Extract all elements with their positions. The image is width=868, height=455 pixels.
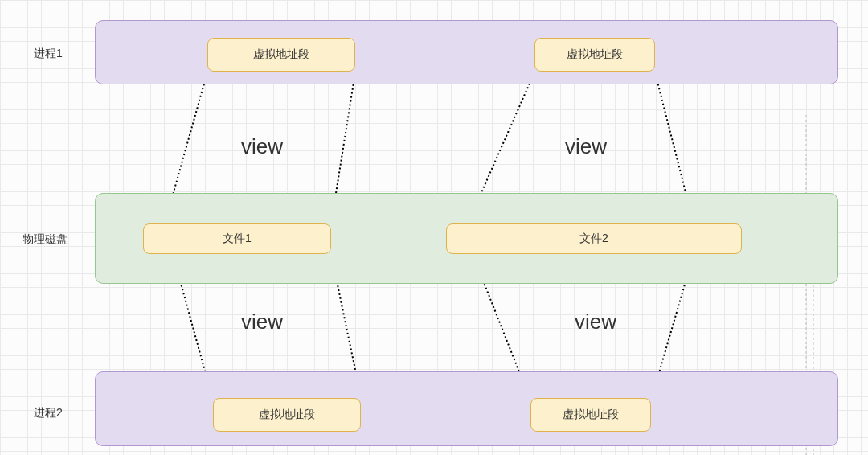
p2-vaddr-segment-1: 虚拟地址段 bbox=[213, 398, 361, 432]
p1-vaddr-segment-2: 虚拟地址段 bbox=[534, 38, 655, 72]
process2-label: 进程2 bbox=[34, 406, 63, 420]
view-label-top-left: view bbox=[241, 134, 283, 159]
view-label-top-right: view bbox=[565, 134, 607, 159]
file2-box: 文件2 bbox=[446, 223, 742, 254]
process1-label: 进程1 bbox=[34, 47, 63, 61]
file1-box: 文件1 bbox=[143, 223, 331, 254]
p1-vaddr-segment-1: 虚拟地址段 bbox=[207, 38, 355, 72]
process1-container bbox=[95, 20, 838, 84]
p2-vaddr-segment-2: 虚拟地址段 bbox=[530, 398, 651, 432]
process2-container bbox=[95, 371, 838, 446]
disk-label: 物理磁盘 bbox=[23, 232, 68, 247]
view-label-bottom-left: view bbox=[241, 309, 283, 334]
view-label-bottom-right: view bbox=[575, 309, 616, 334]
